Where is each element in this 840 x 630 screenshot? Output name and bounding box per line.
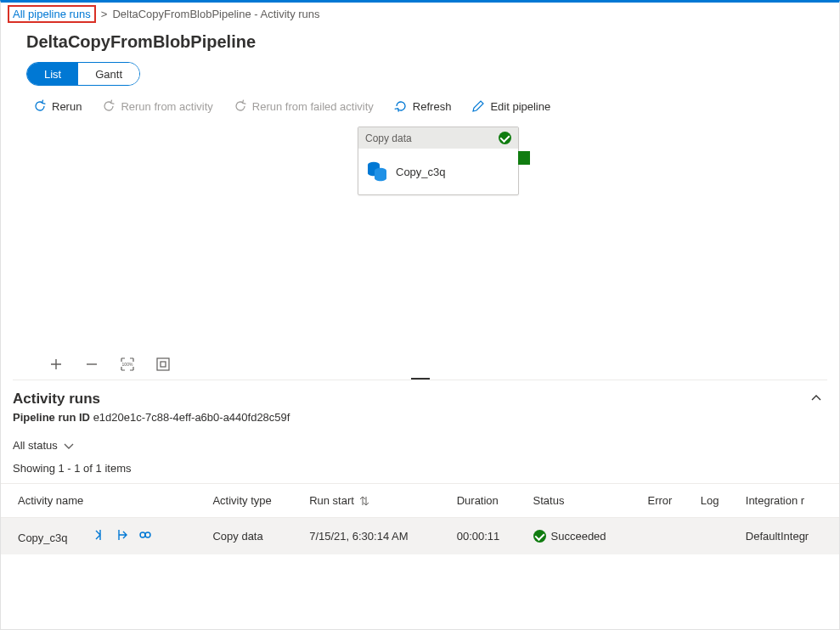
tab-list[interactable]: List: [27, 63, 78, 85]
node-output-handle[interactable]: [518, 151, 530, 165]
output-icon[interactable]: [115, 528, 128, 544]
success-icon: [533, 530, 546, 543]
col-error[interactable]: Error: [640, 484, 692, 518]
database-icon: [367, 160, 387, 183]
run-id-value: e1d20e1c-7c88-4eff-a6b0-a440fd28c59f: [93, 411, 290, 424]
refresh-label: Refresh: [413, 100, 452, 113]
col-activity-name[interactable]: Activity name: [1, 484, 204, 518]
canvas-controls: 100%: [13, 352, 171, 378]
node-name: Copy_c3q: [396, 166, 446, 178]
rerun-icon: [33, 99, 47, 113]
edit-icon: [471, 99, 485, 113]
cell-log: [692, 518, 737, 555]
zoom-reset-button[interactable]: 100%: [120, 357, 135, 374]
pipeline-canvas[interactable]: Copy data Copy_c3q 100%: [13, 127, 827, 380]
zoom-in-button[interactable]: [48, 357, 64, 374]
activity-node-copy-data[interactable]: Copy data Copy_c3q: [358, 127, 519, 195]
breadcrumb: All pipeline runs > DeltaCopyFromBlobPip…: [1, 3, 839, 25]
section-divider: [13, 380, 827, 382]
details-icon[interactable]: [138, 528, 152, 544]
page-title: DeltaCopyFromBlobPipeline: [26, 32, 827, 52]
success-icon: [499, 132, 511, 144]
col-activity-type[interactable]: Activity type: [204, 484, 301, 518]
rerun-failed-icon: [234, 99, 247, 113]
col-status[interactable]: Status: [525, 484, 640, 518]
svg-rect-4: [161, 362, 166, 367]
node-type-label: Copy data: [365, 132, 412, 144]
status-filter-label: All status: [13, 439, 58, 452]
rerun-failed-label: Rerun from failed activity: [252, 100, 374, 113]
rerun-activity-label: Rerun from activity: [121, 100, 212, 113]
cell-status: Succeeded: [551, 530, 606, 543]
cell-duration: 00:00:11: [448, 518, 525, 555]
col-duration[interactable]: Duration: [448, 484, 525, 518]
col-integration[interactable]: Integration r: [737, 484, 839, 518]
cell-activity-type: Copy data: [204, 518, 301, 555]
svg-rect-3: [157, 358, 169, 370]
table-row[interactable]: Copy_c3q Copy data 7/15/21, 6:30:14 AM 0…: [1, 518, 839, 555]
activity-runs-title: Activity runs: [13, 391, 100, 408]
rerun-label: Rerun: [52, 100, 82, 113]
view-tabs: List Gantt: [26, 62, 140, 86]
panel-drag-handle[interactable]: [411, 378, 430, 381]
collapse-button[interactable]: [810, 392, 822, 407]
refresh-icon: [394, 99, 408, 113]
rerun-from-activity-button: Rerun from activity: [102, 99, 212, 113]
node-body: Copy_c3q: [358, 149, 518, 194]
rerun-activity-icon: [102, 99, 116, 113]
col-run-start[interactable]: Run start: [301, 484, 448, 518]
cell-error: [640, 518, 692, 555]
rerun-button[interactable]: Rerun: [33, 99, 82, 113]
svg-text:100%: 100%: [122, 362, 133, 367]
zoom-fit-button[interactable]: [155, 357, 171, 374]
sort-icon: [359, 495, 369, 507]
input-icon[interactable]: [91, 528, 104, 544]
refresh-button[interactable]: Refresh: [394, 99, 452, 113]
col-log[interactable]: Log: [692, 484, 737, 518]
results-count: Showing 1 - 1 of 1 items: [1, 462, 839, 483]
toolbar: Rerun Rerun from activity Rerun from fai…: [1, 94, 839, 127]
node-header: Copy data: [358, 127, 518, 149]
breadcrumb-root-link[interactable]: All pipeline runs: [8, 5, 96, 23]
run-id-label: Pipeline run ID: [13, 411, 90, 424]
chevron-down-icon: [63, 440, 75, 452]
edit-label: Edit pipeline: [490, 100, 550, 113]
chevron-up-icon: [810, 392, 822, 404]
cell-activity-name: Copy_c3q: [18, 532, 68, 544]
tab-gantt[interactable]: Gantt: [78, 63, 139, 85]
breadcrumb-separator: >: [101, 8, 108, 20]
zoom-out-button[interactable]: [84, 357, 99, 374]
edit-pipeline-button[interactable]: Edit pipeline: [471, 99, 550, 113]
status-filter-dropdown[interactable]: All status: [1, 436, 839, 462]
cell-integration: DefaultIntegr: [737, 518, 839, 555]
activity-runs-table: Activity name Activity type Run start Du…: [1, 483, 839, 554]
breadcrumb-current: DeltaCopyFromBlobPipeline - Activity run…: [112, 8, 319, 20]
rerun-from-failed-button: Rerun from failed activity: [234, 99, 374, 113]
cell-run-start: 7/15/21, 6:30:14 AM: [301, 518, 448, 555]
